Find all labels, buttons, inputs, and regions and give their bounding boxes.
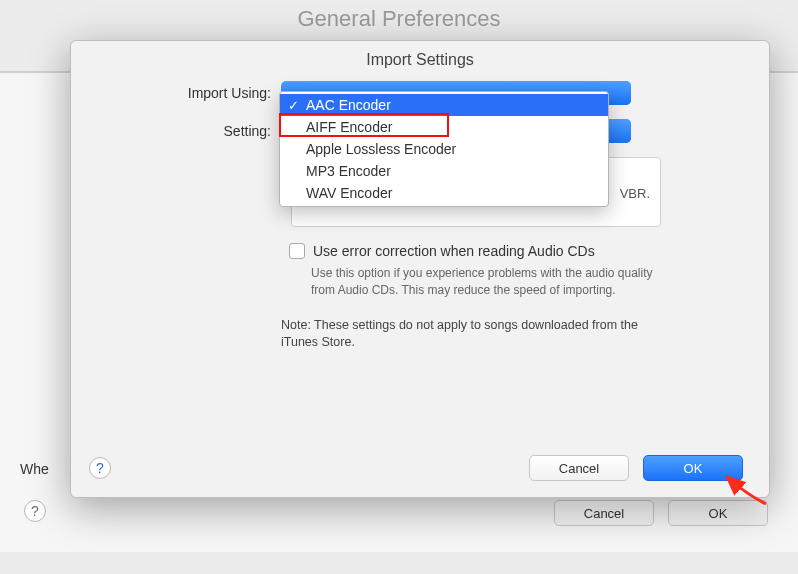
sheet-title: Import Settings (71, 41, 769, 81)
bg-window-title: General Preferences (0, 0, 798, 32)
encoder-option-label: MP3 Encoder (306, 163, 391, 179)
cancel-button[interactable]: Cancel (529, 455, 629, 481)
encoder-option[interactable]: AIFF Encoder (280, 116, 608, 138)
sheet-button-row: Cancel OK (529, 455, 743, 481)
encoder-option[interactable]: ✓AAC Encoder (280, 94, 608, 116)
encoder-option-label: AAC Encoder (306, 97, 391, 113)
encoder-option-label: WAV Encoder (306, 185, 392, 201)
itunes-note: Note: These settings do not apply to son… (281, 317, 661, 352)
chevron-updown-icon (609, 81, 631, 105)
bg-label-fragment: Whe (20, 461, 49, 477)
error-correction-checkbox[interactable] (289, 243, 305, 259)
import-using-label: Import Using: (71, 85, 281, 101)
bg-button-row: Cancel OK (554, 500, 768, 526)
ok-button[interactable]: OK (643, 455, 743, 481)
error-correction-help: Use this option if you experience proble… (311, 265, 671, 299)
encoder-option-label: AIFF Encoder (306, 119, 392, 135)
help-icon[interactable]: ? (89, 457, 111, 479)
error-correction-row: Use error correction when reading Audio … (289, 243, 769, 259)
encoder-option[interactable]: MP3 Encoder (280, 160, 608, 182)
chevron-updown-icon (609, 119, 631, 143)
encoder-option[interactable]: WAV Encoder (280, 182, 608, 204)
encoder-option-label: Apple Lossless Encoder (306, 141, 456, 157)
import-settings-sheet: Import Settings Import Using: Setting: V… (70, 40, 770, 498)
setting-label: Setting: (71, 123, 281, 139)
error-correction-label: Use error correction when reading Audio … (313, 243, 595, 259)
vbr-text: VBR. (620, 186, 650, 201)
bg-cancel-button[interactable]: Cancel (554, 500, 654, 526)
encoder-dropdown[interactable]: ✓AAC EncoderAIFF EncoderApple Lossless E… (279, 91, 609, 207)
checkmark-icon: ✓ (288, 98, 306, 113)
help-icon[interactable]: ? (24, 500, 46, 522)
bg-ok-button[interactable]: OK (668, 500, 768, 526)
encoder-option[interactable]: Apple Lossless Encoder (280, 138, 608, 160)
